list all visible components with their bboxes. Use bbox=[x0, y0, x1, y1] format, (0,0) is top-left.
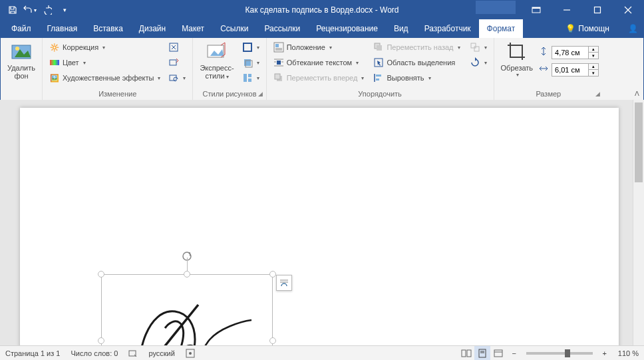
height-input[interactable] bbox=[552, 46, 589, 59]
artistic-effects-button[interactable]: 🖼️Художественные эффекты▾ bbox=[47, 71, 163, 85]
handle-top-right[interactable] bbox=[269, 271, 276, 277]
reset-picture-button[interactable]: ▾ bbox=[166, 71, 188, 85]
align-icon bbox=[373, 73, 384, 83]
remove-background-icon bbox=[11, 41, 32, 63]
svg-rect-10 bbox=[170, 75, 176, 81]
quick-access-toolbar: ▾ ▾ bbox=[1, 2, 73, 18]
change-picture-button[interactable] bbox=[166, 55, 188, 70]
word-count[interactable]: Число слов: 0 bbox=[65, 346, 123, 360]
spell-check-button[interactable] bbox=[123, 346, 143, 360]
tell-me-label[interactable]: Помощн bbox=[578, 24, 609, 33]
document-area bbox=[0, 100, 644, 345]
styles-launcher[interactable]: ◢ bbox=[257, 90, 265, 98]
zoom-out-button[interactable]: − bbox=[506, 346, 522, 360]
align-button[interactable]: Выровнять▾ bbox=[371, 71, 462, 85]
undo-button[interactable]: ▾ bbox=[22, 2, 38, 18]
svg-rect-3 bbox=[595, 7, 601, 13]
selection-pane-button[interactable]: Область выделения bbox=[371, 55, 462, 70]
rotate-button[interactable]: ▾ bbox=[467, 55, 490, 70]
zoom-in-button[interactable]: + bbox=[597, 346, 613, 360]
picture-effects-button[interactable]: ▾ bbox=[240, 55, 262, 70]
tell-me-icon: 💡 bbox=[565, 24, 575, 33]
height-spinner[interactable]: ▴▾ bbox=[552, 45, 599, 60]
qat-customize-button[interactable]: ▾ bbox=[57, 2, 73, 18]
tab-view[interactable]: Вид bbox=[386, 19, 416, 38]
svg-rect-23 bbox=[277, 61, 281, 65]
ribbon-tabs: Файл Главная Вставка Дизайн Макет Ссылки… bbox=[1, 19, 643, 38]
handle-top-left[interactable] bbox=[98, 271, 104, 277]
color-button[interactable]: Цвет▾ bbox=[47, 55, 163, 70]
group-remove-bg: Удалить фон bbox=[1, 38, 43, 100]
web-layout-button[interactable] bbox=[490, 346, 506, 360]
tab-design[interactable]: Дизайн bbox=[131, 19, 174, 38]
width-up[interactable]: ▴ bbox=[589, 64, 598, 70]
scrollbar-thumb[interactable] bbox=[635, 102, 643, 182]
width-input[interactable] bbox=[552, 63, 589, 77]
vertical-scrollbar[interactable] bbox=[633, 100, 644, 345]
close-button[interactable] bbox=[613, 1, 643, 19]
size-launcher[interactable]: ◢ bbox=[593, 90, 601, 98]
svg-rect-37 bbox=[474, 47, 479, 51]
page-indicator[interactable]: Страница 1 из 1 bbox=[0, 346, 65, 360]
tab-review[interactable]: Рецензирование bbox=[308, 19, 386, 38]
group-size-label: Размер◢ bbox=[498, 89, 599, 100]
group-adjust-label: Изменение bbox=[47, 89, 188, 100]
tab-references[interactable]: Ссылки bbox=[212, 19, 256, 38]
share-icon[interactable]: 👤 bbox=[628, 24, 638, 33]
layout-icon bbox=[242, 73, 253, 83]
effects-icon bbox=[242, 57, 253, 68]
collapse-ribbon-button[interactable]: ᐱ bbox=[635, 90, 639, 97]
remove-bg-l2: фон bbox=[14, 72, 28, 80]
svg-rect-20 bbox=[275, 44, 279, 47]
quick-styles-button[interactable]: Экспресс- стили▾ bbox=[197, 40, 236, 81]
language-button[interactable]: русский bbox=[143, 346, 180, 360]
selected-picture[interactable] bbox=[101, 274, 273, 345]
tab-format[interactable]: Формат bbox=[479, 19, 524, 38]
user-account[interactable] bbox=[476, 1, 516, 14]
tab-layout[interactable]: Макет bbox=[174, 19, 212, 38]
statusbar: Страница 1 из 1 Число слов: 0 русский − … bbox=[0, 345, 644, 360]
crop-icon bbox=[506, 41, 528, 63]
svg-rect-17 bbox=[248, 74, 251, 77]
svg-rect-36 bbox=[471, 43, 476, 48]
minimize-button[interactable] bbox=[552, 1, 582, 19]
tab-mailings[interactable]: Рассылки bbox=[256, 19, 308, 38]
handle-mid-left[interactable] bbox=[98, 337, 104, 344]
handle-mid-right[interactable] bbox=[269, 337, 276, 344]
send-backward-button: Переместить назад▾ bbox=[371, 40, 462, 55]
zoom-slider[interactable] bbox=[526, 352, 593, 355]
svg-rect-47 bbox=[467, 350, 471, 357]
maximize-button[interactable] bbox=[582, 1, 613, 19]
handle-top-mid[interactable] bbox=[184, 271, 190, 277]
zoom-thumb[interactable] bbox=[565, 349, 570, 357]
picture-border-button[interactable]: ▾ bbox=[240, 40, 262, 55]
height-down[interactable]: ▾ bbox=[589, 53, 598, 59]
tab-file[interactable]: Файл bbox=[3, 19, 39, 38]
crop-button[interactable]: Обрезать▾ bbox=[498, 40, 536, 79]
compress-pictures-button[interactable] bbox=[166, 40, 188, 55]
read-mode-button[interactable] bbox=[458, 346, 474, 360]
wrap-text-button[interactable]: Обтекание текстом▾ bbox=[271, 55, 367, 70]
picture-layout-button[interactable]: ▾ bbox=[240, 71, 262, 85]
width-down[interactable]: ▾ bbox=[589, 70, 598, 76]
height-up[interactable]: ▴ bbox=[589, 47, 598, 53]
tab-insert[interactable]: Вставка bbox=[85, 19, 131, 38]
print-layout-button[interactable] bbox=[474, 346, 490, 360]
svg-rect-9 bbox=[170, 60, 176, 65]
forward-icon bbox=[273, 73, 284, 83]
svg-rect-48 bbox=[479, 349, 486, 357]
tab-developer[interactable]: Разработчик bbox=[416, 19, 479, 38]
ribbon-display-button[interactable] bbox=[521, 1, 552, 19]
tab-home[interactable]: Главная bbox=[39, 19, 86, 38]
corrections-button[interactable]: 🔆Коррекция▾ bbox=[47, 40, 163, 55]
remove-background-button[interactable]: Удалить фон bbox=[5, 40, 38, 81]
svg-rect-51 bbox=[494, 350, 502, 357]
save-button[interactable] bbox=[5, 2, 21, 18]
position-button[interactable]: Положение▾ bbox=[271, 40, 367, 55]
redo-button[interactable] bbox=[39, 2, 55, 18]
width-spinner[interactable]: ▴▾ bbox=[552, 63, 599, 77]
zoom-level[interactable]: 110 % bbox=[613, 346, 644, 360]
macro-button[interactable] bbox=[180, 346, 200, 360]
svg-rect-35 bbox=[376, 79, 379, 81]
layout-options-button[interactable] bbox=[276, 275, 292, 291]
